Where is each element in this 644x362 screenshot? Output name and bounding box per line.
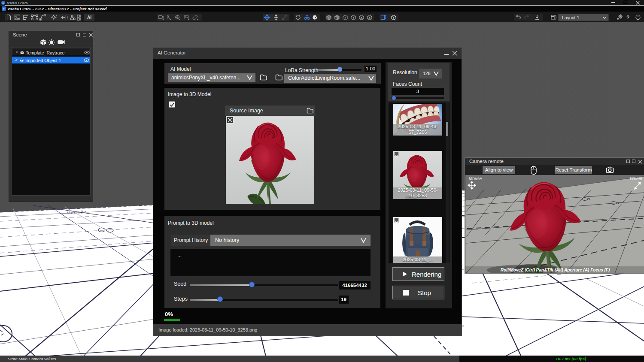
svg-text:?: ?: [626, 15, 629, 21]
svg-text:Mouse: Mouse: [469, 176, 482, 181]
svg-text:Wheel: Wheel: [630, 176, 642, 181]
svg-text:Roll/MoveZ (Ctrl) Pan&Tilt (Al: Roll/MoveZ (Ctrl) Pan&Tilt (Alt) Apertur…: [501, 268, 610, 272]
